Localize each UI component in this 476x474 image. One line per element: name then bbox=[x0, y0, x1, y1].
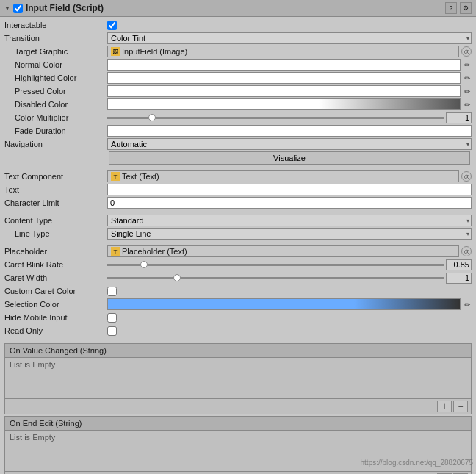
text-input[interactable] bbox=[107, 184, 472, 195]
line-type-dropdown[interactable]: Single Line bbox=[107, 228, 472, 240]
disabled-color-field[interactable] bbox=[107, 98, 461, 110]
component-content: Interactable Transition Color Tint ▾ Tar… bbox=[0, 17, 476, 474]
hide-mobile-input-checkbox[interactable] bbox=[107, 313, 117, 323]
navigation-dropdown-wrapper[interactable]: Automatic ▾ bbox=[107, 138, 472, 150]
highlighted-color-label: Highlighted Color bbox=[4, 73, 107, 82]
read-only-checkbox[interactable] bbox=[107, 326, 117, 336]
fade-duration-row: Fade Duration 0.1 bbox=[0, 124, 476, 137]
on-end-edit-empty: List is Empty bbox=[10, 433, 55, 442]
collapse-triangle[interactable]: ▼ bbox=[4, 5, 10, 12]
target-graphic-icon: 🖼 bbox=[111, 47, 120, 56]
fade-duration-label: Fade Duration bbox=[4, 126, 107, 135]
line-type-label: Line Type bbox=[4, 229, 107, 238]
pressed-color-field[interactable] bbox=[107, 85, 461, 97]
content-type-dropdown[interactable]: Standard bbox=[107, 215, 472, 226]
selection-color-field[interactable] bbox=[107, 298, 461, 310]
on-value-changed-empty: List is Empty bbox=[10, 360, 55, 369]
highlighted-color-edit-icon[interactable]: ✏ bbox=[463, 73, 472, 82]
component-enabled-checkbox[interactable] bbox=[13, 4, 23, 13]
transition-dropdown-wrapper[interactable]: Color Tint ▾ bbox=[107, 32, 472, 44]
color-multiplier-slider[interactable] bbox=[107, 117, 444, 119]
content-type-label: Content Type bbox=[4, 216, 107, 225]
component-title: Input Field (Script) bbox=[26, 3, 104, 13]
help-icon[interactable]: ? bbox=[445, 2, 457, 14]
custom-caret-color-label: Custom Caret Color bbox=[4, 287, 107, 295]
color-multiplier-slider-wrapper bbox=[107, 117, 444, 119]
character-limit-input[interactable]: 0 bbox=[107, 197, 472, 209]
interactable-checkbox[interactable] bbox=[107, 21, 117, 30]
disabled-color-edit-icon[interactable]: ✏ bbox=[463, 100, 472, 109]
interactable-row: Interactable bbox=[0, 18, 476, 32]
text-label: Text bbox=[4, 185, 107, 194]
caret-width-slider-wrapper bbox=[107, 277, 444, 279]
disabled-color-label: Disabled Color bbox=[4, 100, 107, 109]
selection-color-label: Selection Color bbox=[4, 300, 107, 309]
custom-caret-color-checkbox[interactable] bbox=[107, 287, 117, 296]
on-end-edit-header: On End Edit (String) bbox=[5, 417, 471, 431]
color-multiplier-input[interactable]: 1 bbox=[446, 112, 472, 123]
placeholder-label: Placeholder bbox=[4, 247, 107, 256]
placeholder-field: T Placeholder (Text) bbox=[107, 245, 459, 257]
text-component-row: Text Component T Text (Text) ◎ bbox=[0, 170, 476, 183]
caret-width-label: Caret Width bbox=[4, 273, 107, 282]
custom-caret-color-row: Custom Caret Color bbox=[0, 284, 476, 298]
caret-blink-rate-input[interactable]: 0.85 bbox=[446, 259, 472, 270]
on-end-edit-footer: + − bbox=[5, 471, 471, 474]
on-value-changed-header: On Value Changed (String) bbox=[5, 344, 471, 358]
normal-color-field[interactable] bbox=[107, 59, 461, 71]
target-graphic-select-btn[interactable]: ◎ bbox=[461, 46, 472, 57]
placeholder-icon: T bbox=[111, 247, 120, 256]
caret-width-input[interactable]: 1 bbox=[446, 273, 472, 284]
pressed-color-label: Pressed Color bbox=[4, 87, 107, 96]
placeholder-select-btn[interactable]: ◎ bbox=[461, 246, 472, 256]
on-end-edit-label: On End Edit (String) bbox=[10, 419, 82, 428]
on-value-changed-add-btn[interactable]: + bbox=[437, 401, 452, 412]
target-graphic-row: Target Graphic 🖼 InputField (Image) ◎ bbox=[0, 45, 476, 58]
caret-blink-rate-label: Caret Blink Rate bbox=[4, 260, 107, 269]
transition-label: Transition bbox=[4, 34, 107, 43]
component-header: ▼ Input Field (Script) ? ⚙ bbox=[0, 0, 476, 17]
text-component-select-btn[interactable]: ◎ bbox=[461, 171, 472, 182]
disabled-color-row: Disabled Color ✏ bbox=[0, 98, 476, 111]
fade-duration-input[interactable]: 0.1 bbox=[107, 125, 472, 137]
caret-blink-slider-wrapper bbox=[107, 264, 444, 266]
color-multiplier-label: Color Multiplier bbox=[4, 113, 107, 122]
on-value-changed-box: On Value Changed (String) List is Empty … bbox=[4, 343, 472, 414]
pressed-color-edit-icon[interactable]: ✏ bbox=[463, 87, 472, 96]
target-graphic-label: Target Graphic bbox=[4, 47, 107, 56]
transition-row: Transition Color Tint ▾ bbox=[0, 32, 476, 45]
on-value-changed-remove-btn[interactable]: − bbox=[453, 401, 468, 412]
text-component-value: Text (Text) bbox=[122, 172, 159, 181]
caret-blink-rate-row: Caret Blink Rate 0.85 bbox=[0, 258, 476, 271]
text-component-field: T Text (Text) bbox=[107, 170, 459, 182]
read-only-row: Read Only bbox=[0, 324, 476, 337]
navigation-label: Navigation bbox=[4, 140, 107, 148]
hide-mobile-input-row: Hide Mobile Input bbox=[0, 311, 476, 324]
normal-color-row: Normal Color ✏ bbox=[0, 58, 476, 71]
visualize-button[interactable]: Visualize bbox=[109, 151, 470, 165]
visualize-row: Visualize bbox=[0, 151, 476, 165]
caret-blink-slider[interactable] bbox=[107, 264, 444, 266]
normal-color-label: Normal Color bbox=[4, 60, 107, 69]
text-component-label: Text Component bbox=[4, 172, 107, 181]
navigation-dropdown[interactable]: Automatic bbox=[107, 138, 472, 150]
target-graphic-field: 🖼 InputField (Image) bbox=[107, 46, 459, 57]
watermark: https://blog.csdn.net/qq_28820675 bbox=[358, 457, 476, 468]
line-type-dropdown-wrapper[interactable]: Single Line ▾ bbox=[107, 228, 472, 240]
highlighted-color-row: Highlighted Color ✏ bbox=[0, 71, 476, 85]
content-type-dropdown-wrapper[interactable]: Standard ▾ bbox=[107, 215, 472, 226]
text-component-icon: T bbox=[111, 172, 120, 181]
line-type-row: Line Type Single Line ▾ bbox=[0, 227, 476, 240]
content-type-row: Content Type Standard ▾ bbox=[0, 214, 476, 227]
settings-icon[interactable]: ⚙ bbox=[460, 2, 472, 14]
on-value-changed-label: On Value Changed (String) bbox=[10, 346, 107, 355]
normal-color-edit-icon[interactable]: ✏ bbox=[463, 60, 472, 69]
read-only-label: Read Only bbox=[4, 326, 107, 335]
highlighted-color-field[interactable] bbox=[107, 72, 461, 84]
transition-dropdown[interactable]: Color Tint bbox=[107, 32, 472, 44]
character-limit-label: Character Limit bbox=[4, 198, 107, 207]
color-multiplier-row: Color Multiplier 1 bbox=[0, 111, 476, 124]
caret-width-slider[interactable] bbox=[107, 277, 444, 279]
on-value-changed-content: List is Empty bbox=[5, 358, 471, 398]
selection-color-edit-icon[interactable]: ✏ bbox=[463, 300, 472, 309]
